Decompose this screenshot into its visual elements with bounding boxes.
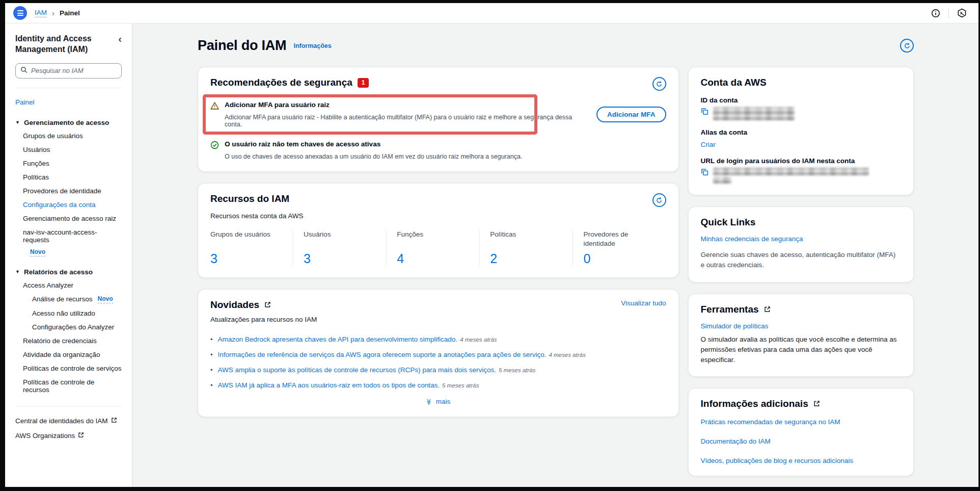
iam-resources-card: Recursos do IAM Recursos nesta conta da … xyxy=(198,183,679,278)
sidebar-divider xyxy=(15,88,122,88)
news-timestamp: 5 meses atrás xyxy=(499,367,535,373)
sidebar-search[interactable] xyxy=(15,63,122,79)
sidebar-collapse-icon[interactable]: ‹ xyxy=(118,34,122,44)
item-label: Análise de recursos xyxy=(32,295,93,303)
copy-icon[interactable] xyxy=(701,108,709,117)
create-alias-link[interactable]: Criar xyxy=(701,141,716,148)
sidebar-item-root-access-management[interactable]: Gerenciamento de acesso raiz xyxy=(23,212,122,225)
sidebar-item-analyzer-settings[interactable]: Configurações do Analyzer xyxy=(32,320,122,334)
sidebar-item-access-analyzer[interactable]: Access Analyzer xyxy=(23,278,122,292)
redacted-signin-url xyxy=(713,177,731,184)
chevron-down-double-icon: ≫ xyxy=(426,398,432,405)
tools-description: O simulador avalia as políticas que você… xyxy=(701,334,901,366)
sidebar-item-service-control-policies[interactable]: Políticas de controle de serviços xyxy=(23,361,122,375)
sidebar-item-users[interactable]: Usuários xyxy=(23,143,122,157)
resource-count-link[interactable]: 0 xyxy=(583,251,590,266)
recommendation-no-root-keys: O usuário raiz não tem chaves de acesso … xyxy=(210,140,666,160)
resource-count-link[interactable]: 3 xyxy=(210,251,217,266)
sidebar-item-credential-report[interactable]: Relatório de credenciais xyxy=(23,334,122,348)
success-icon xyxy=(210,141,219,160)
card-refresh-icon[interactable] xyxy=(652,193,666,207)
more-label: mais xyxy=(436,398,451,405)
add-mfa-button[interactable]: Adicionar MFA xyxy=(596,107,666,122)
card-subtitle: Atualizações para recursos no IAM xyxy=(210,316,666,323)
account-alias-label: Alias da conta xyxy=(701,128,901,136)
sidebar-item-user-groups[interactable]: Grupos de usuários xyxy=(23,129,122,143)
sidebar-item-account-settings[interactable]: Configurações da conta xyxy=(23,198,122,212)
aws-account-card: Conta da AWS ID da conta Alias da xyxy=(688,67,914,195)
resource-stat-users: Usuários 3 xyxy=(293,230,386,266)
sidebar-item-roles[interactable]: Funções xyxy=(23,157,122,170)
card-subtitle: Recursos nesta conta da AWS xyxy=(210,212,666,220)
security-best-practices-link[interactable]: Práticas recomendadas de segurança no IA… xyxy=(701,418,901,426)
redacted-account-id xyxy=(713,107,795,120)
services-menu-icon[interactable] xyxy=(13,6,27,20)
breadcrumb-current-page: Painel xyxy=(60,9,80,17)
quick-links-card: Quick Links Minhas credenciais de segura… xyxy=(688,206,914,282)
videos-blogs-resources-link[interactable]: Vídeos, publicações de blog e recursos a… xyxy=(701,457,901,464)
caret-down-icon: ▼ xyxy=(15,120,20,125)
news-item: • Amazon Bedrock apresenta chaves de API… xyxy=(210,335,666,343)
news-timestamp: 5 meses atrás xyxy=(442,382,479,389)
my-security-credentials-link[interactable]: Minhas credenciais de segurança xyxy=(701,235,803,243)
breadcrumb-chevron-icon: › xyxy=(52,9,55,17)
page-refresh-icon[interactable] xyxy=(900,39,914,53)
sidebar-item-painel[interactable]: Painel xyxy=(15,95,122,109)
resource-count-link[interactable]: 4 xyxy=(397,251,404,266)
breadcrumb-iam-link[interactable]: IAM xyxy=(35,9,47,17)
sidebar-item-identity-providers[interactable]: Provedores de identidade xyxy=(23,184,122,198)
card-refresh-icon[interactable] xyxy=(652,77,666,91)
sidebar-item-resource-analysis[interactable]: Análise de recursos Novo xyxy=(32,292,122,306)
section-label: Relatórios de acesso xyxy=(24,268,93,276)
recommendation-title: O usuário raiz não tem chaves de acesso … xyxy=(225,140,522,148)
news-link[interactable]: Informações de referência de serviços da… xyxy=(218,351,547,358)
info-icon[interactable] xyxy=(929,7,942,20)
bullet-icon: • xyxy=(210,381,213,389)
topbar-divider xyxy=(948,8,949,18)
card-title: Conta da AWS xyxy=(701,77,767,88)
news-item: • AWS amplia o suporte às políticas de c… xyxy=(210,366,666,374)
resource-count-link[interactable]: 3 xyxy=(304,251,311,266)
sidebar-item-policies[interactable]: Políticas xyxy=(23,170,122,184)
resource-label: Provedores de identidade xyxy=(583,230,659,251)
account-id-label: ID da conta xyxy=(701,96,901,104)
resource-stat-roles: Funções 4 xyxy=(386,230,479,266)
bullet-icon: • xyxy=(210,335,213,343)
side-navigation: Identity and Access Management (IAM) ‹ P… xyxy=(5,23,132,487)
sidebar-item-resource-control-policies[interactable]: Políticas de controle de recursos xyxy=(23,375,122,397)
news-timestamp: 4 meses atrás xyxy=(549,352,585,358)
sidebar-section-access-reports[interactable]: ▼ Relatórios de acesso xyxy=(15,266,122,278)
show-more-link[interactable]: ≫ mais xyxy=(426,398,450,405)
sidebar-title: Identity and Access Management (IAM) xyxy=(15,34,102,55)
sidebar-item-identity-center[interactable]: Central de identidades do IAM xyxy=(15,414,122,428)
sidebar-section-access-management[interactable]: ▼ Gerenciamento de acesso xyxy=(15,116,122,129)
resource-stat-user-groups: Grupos de usuários 3 xyxy=(210,230,293,266)
resource-label: Usuários xyxy=(304,230,379,251)
news-link[interactable]: AWS amplia o suporte às políticas de con… xyxy=(218,366,496,374)
iam-documentation-link[interactable]: Documentação do IAM xyxy=(701,437,901,445)
search-input[interactable] xyxy=(31,67,117,74)
external-link-icon xyxy=(764,304,771,315)
external-link-icon xyxy=(111,417,117,425)
news-link[interactable]: Amazon Bedrock apresenta chaves de API p… xyxy=(218,335,458,343)
sidebar-item-aws-organizations[interactable]: AWS Organizations xyxy=(15,428,122,443)
external-link-icon xyxy=(78,432,84,440)
topbar-actions xyxy=(929,7,968,20)
info-link[interactable]: Informações xyxy=(293,42,331,49)
card-title: Ferramentas xyxy=(701,304,759,315)
tools-card: Ferramentas Simulador de políticas O sim… xyxy=(688,294,914,377)
additional-info-card: Informações adicionais Práticas recomend… xyxy=(688,388,914,476)
cloudshell-icon[interactable] xyxy=(955,7,968,20)
search-icon xyxy=(20,66,28,75)
recommendation-description: O uso de chaves de acesso anexadas a um … xyxy=(225,153,522,160)
sidebar-item-organization-activity[interactable]: Atividade da organização xyxy=(23,348,122,361)
copy-icon[interactable] xyxy=(701,168,709,178)
policy-simulator-link[interactable]: Simulador de políticas xyxy=(701,322,769,330)
top-navigation-bar: IAM › Painel xyxy=(5,3,978,23)
sidebar-item-nav-isv-account-access-requests[interactable]: nav-isv-account-access-requests xyxy=(23,225,122,247)
news-link[interactable]: AWS IAM já aplica a MFA aos usuários-rai… xyxy=(218,381,440,389)
view-all-link[interactable]: Visualizar tudo xyxy=(621,299,666,307)
resource-count-link[interactable]: 2 xyxy=(490,251,497,266)
redacted-signin-url xyxy=(713,168,869,175)
sidebar-item-unused-access[interactable]: Acesso não utilizado xyxy=(32,306,122,320)
